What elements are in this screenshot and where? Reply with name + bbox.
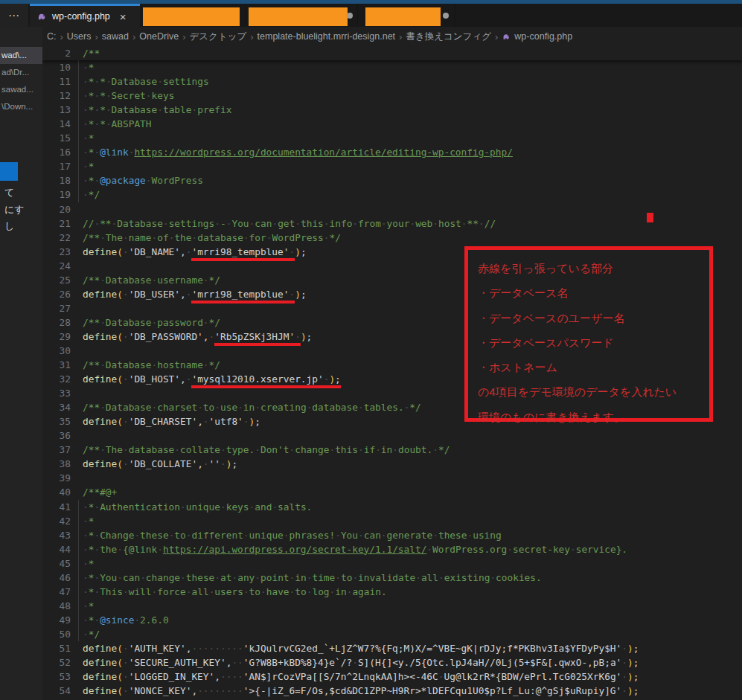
code-text: ·* (78, 556, 742, 571)
code-line[interactable]: 52define(·'SECURE_AUTH_KEY',··'G?W8B+kBD… (42, 655, 742, 670)
code-text: /** (78, 46, 742, 60)
panel-item[interactable]: ad\Dr... (0, 64, 42, 81)
breadcrumb-separator: › (495, 31, 498, 42)
code-line[interactable]: 11·*·*·Database·settings (42, 74, 742, 89)
line-number: 42 (42, 514, 78, 528)
blue-button-fragment[interactable] (0, 162, 18, 181)
line-number: 26 (42, 287, 78, 301)
breadcrumb-separator: › (250, 31, 253, 42)
code-line[interactable]: 18·*·@package·WordPress (42, 173, 742, 187)
code-line[interactable]: 50·*/ (42, 627, 742, 641)
code-line[interactable]: 21//·**·Database·settings·-·You·can·get·… (42, 216, 742, 231)
code-line[interactable]: 37/**·The·database·collate·type.·Don't·c… (42, 443, 742, 457)
vscode-window: ⋯ wp-config.php × C:›Users›sawad›OneDriv… (0, 0, 742, 700)
code-line[interactable]: 51define(·'AUTH_KEY',·········'kJQulrvCG… (42, 641, 742, 655)
breadcrumb-item[interactable]: OneDrive (139, 31, 179, 42)
code-line[interactable]: 38define(·'DB_COLLATE',·''·); (42, 457, 742, 471)
sticky-code-line[interactable]: 2/** (42, 46, 742, 60)
code-line[interactable]: 45·* (42, 556, 742, 571)
code-text: ·*·You·can·change·these·at·any·point·in·… (78, 571, 742, 585)
code-text: define(·'SECURE_AUTH_KEY',··'G?W8B+kBD%8… (78, 655, 742, 670)
code-text (78, 202, 742, 216)
breadcrumb-item[interactable]: sawad (102, 31, 129, 42)
code-line[interactable]: 39 (42, 471, 742, 485)
panel-item[interactable]: sawad... (0, 81, 42, 98)
redacted-tab[interactable] (246, 4, 358, 27)
code-text: ·*/ (78, 187, 742, 202)
line-number: 51 (42, 641, 78, 655)
annotation-text-line: の4項目をデモ環境のデータを入れたい (478, 379, 709, 404)
redacted-tab[interactable] (140, 4, 246, 27)
breadcrumb-item[interactable]: wp-config.php (502, 31, 572, 42)
code-text (78, 428, 742, 443)
code-text: ·*·Authentication·unique·keys·and·salts. (78, 500, 742, 514)
line-number: 25 (42, 273, 78, 287)
code-line[interactable]: 47·*·This·will·force·all·users·to·have·t… (42, 585, 742, 599)
breadcrumb-item[interactable]: デスクトップ (189, 30, 246, 43)
code-text: ·*·*·Secret·keys (78, 89, 742, 103)
code-line[interactable]: 54define(·'NONCE_KEY',········'>{-|iZ_6=… (42, 684, 742, 698)
line-number: 31 (42, 358, 78, 372)
code-text: define(·'LOGGED_IN_KEY',····'AN$]rCozVPa… (78, 670, 742, 684)
breadcrumb-item[interactable]: C: (47, 31, 57, 42)
code-line[interactable]: 15·* (42, 131, 742, 145)
line-number: 41 (42, 500, 78, 514)
code-text: ·* (78, 514, 742, 528)
code-line[interactable]: 42·* (42, 514, 742, 528)
code-line[interactable]: 10·* (42, 60, 742, 74)
code-text: ·*·*·ABSPATH (78, 117, 742, 131)
line-number: 34 (42, 400, 78, 414)
overflow-menu-button[interactable]: ⋯ (0, 4, 28, 27)
line-number: 53 (42, 670, 78, 684)
code-line[interactable]: 13·*·*·Database·table·prefix (42, 103, 742, 117)
redaction-block (143, 7, 240, 26)
breadcrumb-item[interactable]: Users (67, 31, 92, 42)
line-number: 32 (42, 372, 78, 386)
annotation-box: 赤線を引っ張っている部分・データベース名・データベースのユーザー名・データベース… (464, 246, 713, 422)
code-line[interactable]: 12·*·*·Secret·keys (42, 89, 742, 103)
code-text: ·*·*·Database·settings (78, 74, 742, 89)
code-line[interactable]: 44·*·the·{@link·https://api.wordpress.or… (42, 542, 742, 556)
tab-wp-config[interactable]: wp-config.php × (30, 4, 140, 27)
line-number: 27 (42, 301, 78, 315)
line-number: 16 (42, 145, 78, 159)
code-line[interactable]: 16·*·@link·https://wordpress.org/documen… (42, 145, 742, 159)
breadcrumb-item[interactable]: 書き換えコンフィグ (406, 30, 491, 43)
line-number: 28 (42, 315, 78, 330)
code-text: //·**·Database·settings·-·You·can·get·th… (78, 216, 742, 231)
line-number: 46 (42, 571, 78, 585)
code-line[interactable]: 48·* (42, 599, 742, 613)
code-line[interactable]: 43·*·Change·these·to·different·unique·ph… (42, 528, 742, 542)
line-number: 30 (42, 344, 78, 358)
code-line[interactable]: 46·*·You·can·change·these·at·any·point·i… (42, 571, 742, 585)
breadcrumb-separator: › (132, 31, 135, 42)
code-line[interactable]: 49·*·@since·2.6.0 (42, 613, 742, 627)
php-icon (502, 32, 511, 42)
code-line[interactable]: 14·*·*·ABSPATH (42, 117, 742, 131)
line-number: 18 (42, 173, 78, 187)
code-line[interactable]: 22/**·The·name·of·the·database·for·WordP… (42, 231, 742, 245)
line-number: 35 (42, 414, 78, 428)
line-number: 29 (42, 330, 78, 344)
line-number: 40 (42, 485, 78, 499)
code-line[interactable]: 40/**#@+ (42, 485, 742, 499)
panel-item[interactable]: \Down... (0, 98, 42, 115)
code-line[interactable]: 19·*/ (42, 187, 742, 202)
code-line[interactable]: 41·*·Authentication·unique·keys·and·salt… (42, 500, 742, 514)
tab-close-icon[interactable]: × (120, 11, 127, 22)
code-line[interactable]: 20 (42, 202, 742, 216)
code-line[interactable]: 17·* (42, 159, 742, 173)
redaction-block (365, 7, 441, 26)
code-line[interactable]: 53define(·'LOGGED_IN_KEY',····'AN$]rCozV… (42, 670, 742, 684)
tab-label: wp-config.php (52, 11, 110, 22)
panel-text-fragment: にす (0, 202, 39, 219)
line-number: 43 (42, 528, 78, 542)
code-line[interactable]: 36 (42, 428, 742, 443)
code-text: ·*·the·{@link·https://api.wordpress.org/… (78, 542, 742, 556)
line-number: 47 (42, 585, 78, 599)
breadcrumb-separator: › (60, 31, 63, 42)
breadcrumb-item[interactable]: template-bluelight.mrri-design.net (258, 31, 396, 42)
panel-item[interactable]: wad\... (0, 47, 42, 64)
redacted-tab[interactable] (358, 4, 455, 27)
annotation-text-line: ・データベースのユーザー名 (478, 306, 709, 330)
